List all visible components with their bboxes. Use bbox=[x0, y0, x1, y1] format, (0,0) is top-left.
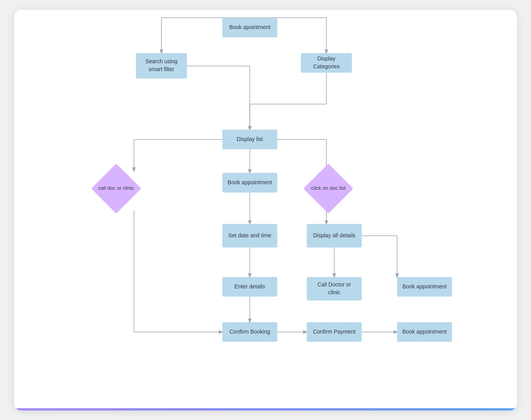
click-doc-diamond[interactable]: click on doc list bbox=[309, 169, 348, 208]
connector-lines bbox=[14, 10, 517, 411]
enter-details[interactable]: Enter details bbox=[222, 277, 277, 297]
display-categories[interactable]: Display Categories bbox=[301, 53, 352, 73]
display-list[interactable]: Display list bbox=[222, 130, 277, 149]
call-doc-diamond[interactable]: call doc or clinic bbox=[97, 169, 136, 208]
display-all-details[interactable]: Display all details bbox=[307, 224, 362, 248]
book-appt-right-top[interactable]: Book appointment bbox=[397, 277, 452, 297]
confirm-booking[interactable]: Confirm Booking bbox=[222, 322, 277, 342]
book-appointment-mid[interactable]: Book appointment bbox=[222, 173, 277, 193]
set-date-time[interactable]: Set date and time bbox=[222, 224, 277, 248]
book-appt-right-bot[interactable]: Book appointment bbox=[397, 322, 452, 342]
canvas: Book apointment Search using smart filte… bbox=[14, 10, 517, 411]
call-doctor-clinic[interactable]: Call Doctor or clinic bbox=[307, 277, 362, 301]
search-smart-filter[interactable]: Search using smart filter bbox=[136, 53, 187, 79]
book-apointment-top[interactable]: Book apointment bbox=[222, 18, 277, 37]
confirm-payment[interactable]: Confirm Payment bbox=[307, 322, 362, 342]
